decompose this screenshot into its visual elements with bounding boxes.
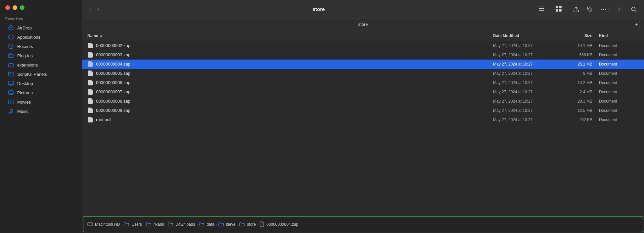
column-date-modified[interactable]: Date Modified [493, 33, 566, 38]
file-size: 12.5 MB [566, 108, 599, 113]
file-size: 14.2 MB [566, 80, 599, 85]
sidebar-item-airdrop[interactable]: AirDrop [3, 23, 79, 32]
file-date: May 27, 2024 at 10:27 [493, 90, 566, 94]
breadcrumb-item-6[interactable]: store [239, 222, 256, 227]
movies-icon [8, 99, 14, 105]
breadcrumb-item-2[interactable]: rikahil [146, 222, 164, 227]
svg-rect-3 [9, 64, 13, 67]
more-chevron: ⌄ [608, 7, 610, 11]
breadcrumb-item-0[interactable]: Macintosh HD [87, 222, 120, 227]
sidebar-item-music[interactable]: Music [3, 107, 79, 116]
close-button[interactable] [5, 5, 10, 10]
document-icon [88, 52, 93, 58]
file-size: 262 KB [566, 117, 599, 122]
sidebar-item-desktop[interactable]: Desktop [3, 79, 79, 88]
share-icon [573, 6, 579, 13]
grid-view-button[interactable]: ⌄ [553, 4, 568, 15]
breadcrumb-icon-7 [260, 221, 264, 228]
table-row[interactable]: root.bolt May 27, 2024 at 10:27 262 KB D… [82, 115, 644, 124]
breadcrumb-sep-0: › [121, 222, 122, 227]
svg-line-24 [635, 10, 636, 12]
question-chevron: ⌄ [621, 7, 623, 11]
sidebar-item-pictures[interactable]: Pictures [3, 88, 79, 97]
file-kind: Document [599, 117, 639, 122]
table-row[interactable]: 00000000004.zap May 27, 2024 at 10:27 25… [82, 60, 644, 69]
table-row[interactable]: 00000000006.zap May 27, 2024 at 10:27 14… [82, 78, 644, 87]
question-button[interactable]: ? ⌄ [616, 5, 625, 13]
file-kind: Document [599, 53, 639, 57]
document-icon [88, 80, 93, 85]
file-kind: Document [599, 43, 639, 48]
table-row[interactable]: 00000000002.zap May 27, 2024 at 10:27 14… [82, 41, 644, 50]
tag-button[interactable] [584, 5, 595, 14]
table-row[interactable]: 00000000007.zap May 27, 2024 at 10:27 2.… [82, 87, 644, 97]
file-kind: Document [599, 71, 639, 76]
breadcrumb-icon-4 [199, 222, 204, 227]
path-header-title: store [358, 22, 368, 27]
sidebar-item-scriptuipanels[interactable]: ScriptUI Panels [3, 70, 79, 79]
file-kind: Document [599, 108, 639, 113]
breadcrumb-label-0: Macintosh HD [95, 222, 120, 227]
svg-rect-17 [556, 9, 558, 12]
file-name: 00000000003.zap [96, 52, 493, 57]
more-button[interactable]: ⌄ [598, 5, 612, 14]
svg-point-8 [10, 92, 11, 93]
breadcrumb-label-1: Users [131, 222, 142, 227]
svg-rect-2 [9, 54, 13, 58]
back-button[interactable]: ‹ [87, 4, 93, 14]
toolbar-actions: ⌄ ⌄ [536, 4, 639, 15]
breadcrumb-item-7[interactable]: 00000000004.zap [260, 221, 298, 228]
column-name[interactable]: Name ▲ [87, 33, 493, 38]
file-date: May 27, 2024 at 10:27 [493, 71, 566, 76]
svg-point-22 [605, 9, 606, 10]
file-icon [87, 117, 93, 123]
forward-button[interactable]: › [95, 4, 101, 14]
breadcrumb-sep-6: › [257, 222, 258, 227]
column-kind[interactable]: Kind [599, 33, 639, 38]
search-button[interactable] [629, 5, 639, 14]
breadcrumb-sep-3: › [196, 222, 198, 227]
file-size: 14.1 MB [566, 43, 599, 48]
file-date: May 27, 2024 at 10:27 [493, 43, 566, 48]
table-row[interactable]: 00000000008.zap May 27, 2024 at 10:27 20… [82, 97, 644, 106]
list-view-button[interactable]: ⌄ [536, 4, 550, 15]
svg-point-20 [601, 9, 602, 10]
desktop-icon [8, 80, 14, 86]
sidebar-items: AirDropApplicationsRecentsPlug-insextens… [0, 23, 82, 116]
sidebar-item-label-music: Music [17, 109, 28, 114]
breadcrumb-item-1[interactable]: Users [124, 222, 142, 227]
breadcrumb-sep-1: › [143, 222, 145, 227]
svg-point-0 [9, 25, 13, 30]
table-row[interactable]: 00000000003.zap May 27, 2024 at 10:27 66… [82, 50, 644, 60]
nav-buttons: ‹ › [87, 4, 101, 14]
sidebar-item-label-extensions: extensions [17, 63, 38, 68]
sidebar-item-applications[interactable]: Applications [3, 32, 79, 42]
plugins-icon [8, 53, 14, 59]
breadcrumb-item-3[interactable]: Downloads [168, 222, 195, 227]
toolbar-title: store [105, 6, 532, 12]
svg-rect-4 [9, 72, 13, 76]
breadcrumb-sep-5: › [237, 222, 238, 227]
sidebar-item-movies[interactable]: Movies [3, 97, 79, 107]
sidebar-item-recents[interactable]: Recents [3, 42, 79, 51]
document-icon [88, 98, 93, 104]
sidebar-item-plugins[interactable]: Plug-ins [3, 51, 79, 60]
file-icon [87, 70, 93, 77]
breadcrumb-item-4[interactable]: data [199, 222, 214, 227]
breadcrumb-icon-5 [218, 222, 224, 227]
table-row[interactable]: 00000000009.zap May 27, 2024 at 10:27 12… [82, 106, 644, 115]
file-size: 2.4 MB [566, 90, 599, 94]
table-row[interactable]: 00000000005.zap May 27, 2024 at 10:27 9 … [82, 69, 644, 78]
breadcrumb-label-2: rikahil [154, 222, 164, 227]
maximize-button[interactable] [20, 5, 24, 10]
sidebar-item-label-airdrop: AirDrop [17, 25, 32, 30]
column-size[interactable]: Size [566, 33, 599, 38]
sidebar-item-extensions[interactable]: extensions [3, 60, 79, 70]
share-button[interactable] [571, 5, 581, 14]
breadcrumb-icon-0 [87, 222, 93, 227]
file-name: 00000000004.zap [96, 62, 493, 67]
add-button[interactable]: + [633, 21, 640, 28]
minimize-button[interactable] [13, 5, 17, 10]
sidebar-item-label-recents: Recents [17, 44, 33, 49]
breadcrumb-item-5[interactable]: bleve [218, 222, 236, 227]
